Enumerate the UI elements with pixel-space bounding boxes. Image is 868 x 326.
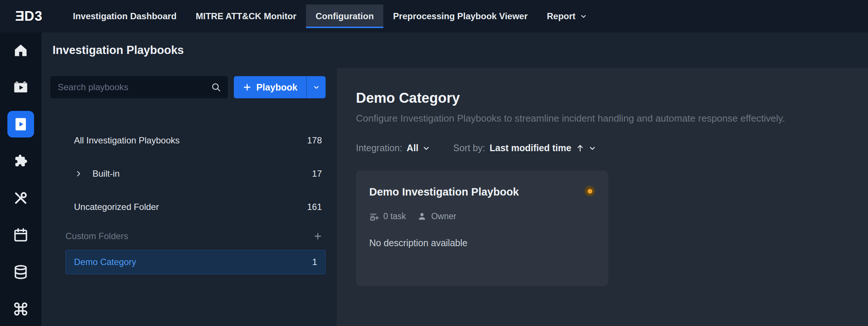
sidebar-item-utilities[interactable] xyxy=(7,185,34,211)
playbook-card-description: No description available xyxy=(369,238,595,248)
content-area: Investigation Playbooks Playbook xyxy=(41,33,868,326)
sidebar-item-schedule[interactable] xyxy=(7,222,34,248)
chevron-down-icon xyxy=(313,84,320,91)
new-playbook-dropdown-button[interactable] xyxy=(306,76,326,98)
playbook-card-header: Demo Investigation Playbook xyxy=(369,186,595,198)
folder-row-built-in[interactable]: Built-in 17 xyxy=(50,160,326,188)
schedule-calendar-icon xyxy=(13,227,28,243)
integration-filter[interactable]: Integration: All xyxy=(356,143,430,153)
plus-icon xyxy=(243,83,252,92)
search-row: Playbook xyxy=(50,76,326,98)
sidebar-item-command-center[interactable] xyxy=(7,296,34,322)
home-icon xyxy=(13,43,28,58)
folder-count: 1 xyxy=(312,257,317,267)
plus-icon xyxy=(313,231,323,241)
app-root: ED3 Investigation Dashboard MITRE ATT&CK… xyxy=(0,0,868,326)
body-row: Investigation Playbooks Playbook xyxy=(0,33,868,326)
playbook-task-count: 0 task xyxy=(383,211,406,221)
nav-configuration[interactable]: Configuration xyxy=(306,4,383,28)
sidebar-item-integrations[interactable] xyxy=(7,148,34,174)
nav-preprocessing-playbook-viewer[interactable]: Preprocessing Playbook Viewer xyxy=(383,4,537,28)
incident-monitor-icon xyxy=(13,79,28,95)
folder-count: 178 xyxy=(307,135,322,146)
category-subtitle: Configure Investigation Playbooks to str… xyxy=(356,113,853,124)
nav-report-label: Report xyxy=(547,11,575,21)
sidebar-item-data[interactable] xyxy=(7,259,34,285)
top-nav: ED3 Investigation Dashboard MITRE ATT&CK… xyxy=(0,0,868,33)
folder-row-demo-category[interactable]: Demo Category 1 xyxy=(65,250,326,274)
integration-filter-label: Integration: xyxy=(356,143,402,153)
search-icon xyxy=(211,82,221,92)
chevron-down-icon xyxy=(580,13,587,20)
folder-count: 161 xyxy=(307,202,322,212)
playbook-status-indicator xyxy=(585,186,595,196)
columns: Playbook All Investigation Playbooks 178 xyxy=(41,68,868,326)
chevron-right-icon xyxy=(74,169,83,178)
search-container xyxy=(50,76,228,98)
folder-label: Demo Category xyxy=(74,257,136,267)
nav-mitre-attack-monitor[interactable]: MITRE ATT&CK Monitor xyxy=(186,4,306,28)
add-custom-folder-button[interactable] xyxy=(312,231,323,242)
command-center-icon xyxy=(13,301,28,317)
sort-value: Last modified time xyxy=(489,143,571,153)
data-management-icon xyxy=(13,264,28,280)
integrations-puzzle-icon xyxy=(13,153,28,169)
folder-list: All Investigation Playbooks 178 Built-in… xyxy=(50,126,326,274)
utilities-tools-icon xyxy=(13,190,28,206)
icon-sidebar xyxy=(0,33,41,326)
playbook-card-title: Demo Investigation Playbook xyxy=(369,186,519,198)
nav-investigation-dashboard[interactable]: Investigation Dashboard xyxy=(63,4,186,28)
sidebar-item-playbooks[interactable] xyxy=(7,111,34,137)
sidebar-item-incident-monitor[interactable] xyxy=(7,74,34,101)
page-header: Investigation Playbooks xyxy=(41,33,868,68)
folder-label: Built-in xyxy=(92,169,120,179)
d3-logo-text: D3 xyxy=(24,9,43,24)
top-nav-items: Investigation Dashboard MITRE ATT&CK Mon… xyxy=(63,0,597,33)
new-playbook-button[interactable]: Playbook xyxy=(234,76,306,98)
playbook-owner-group: Owner xyxy=(417,211,456,221)
custom-folders-label: Custom Folders xyxy=(65,231,128,241)
main-content: Demo Category Configure Investigation Pl… xyxy=(337,68,868,326)
search-input[interactable] xyxy=(50,76,228,98)
playbook-card-demo-investigation[interactable]: Demo Investigation Playbook 0 task Owner… xyxy=(356,170,608,286)
chevron-down-icon xyxy=(588,144,596,152)
category-title: Demo Category xyxy=(356,90,853,106)
new-playbook-button-label: Playbook xyxy=(256,82,297,93)
playbook-owner-label: Owner xyxy=(431,211,456,221)
sort-label: Sort by: xyxy=(453,143,485,153)
playbook-folder-panel: Playbook All Investigation Playbooks 178 xyxy=(41,68,337,326)
sidebar-item-home[interactable] xyxy=(7,37,34,64)
status-dot-icon xyxy=(588,189,592,194)
sort-control[interactable]: Sort by: Last modified time xyxy=(453,143,596,153)
nav-report[interactable]: Report xyxy=(537,4,597,28)
owner-person-icon xyxy=(417,211,427,221)
new-playbook-button-group: Playbook xyxy=(234,76,326,98)
custom-folders-header: Custom Folders xyxy=(50,225,326,248)
folder-count: 17 xyxy=(312,169,322,179)
chevron-down-icon xyxy=(422,144,430,152)
filter-row: Integration: All Sort by: Last modified … xyxy=(356,143,853,153)
playbook-card-meta: 0 task Owner xyxy=(369,211,595,221)
playbook-icon xyxy=(13,116,28,132)
folder-row-uncategorized[interactable]: Uncategorized Folder 161 xyxy=(50,193,326,221)
folder-row-all-playbooks[interactable]: All Investigation Playbooks 178 xyxy=(50,126,326,154)
arrow-up-icon[interactable] xyxy=(576,144,585,153)
d3-logo[interactable]: ED3 xyxy=(15,9,43,24)
page-title: Investigation Playbooks xyxy=(53,44,184,57)
integration-filter-value: All xyxy=(407,143,418,153)
task-list-icon xyxy=(369,211,379,221)
folder-label: Uncategorized Folder xyxy=(74,202,159,212)
folder-label: All Investigation Playbooks xyxy=(74,135,180,146)
d3-logo-mark: E xyxy=(15,9,24,24)
